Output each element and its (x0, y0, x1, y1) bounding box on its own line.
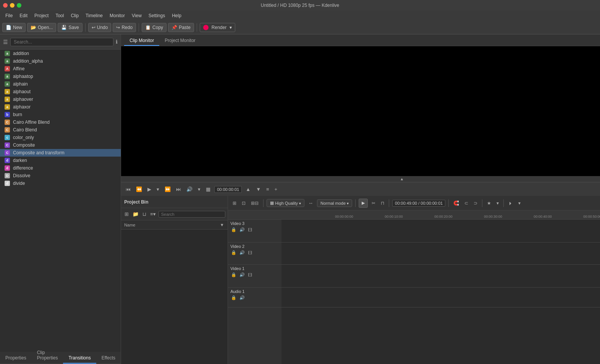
video2-track-row[interactable] (281, 243, 600, 265)
effect-item[interactable]: aalphaatop (0, 73, 121, 80)
timeline-mark-icon[interactable]: ⊓ (379, 200, 386, 207)
effect-item[interactable]: aalphaout (0, 88, 121, 95)
mode-dropdown-icon[interactable] (347, 201, 349, 205)
timeline-star-icon[interactable]: ★ (485, 200, 493, 207)
minimize-button[interactable] (10, 3, 15, 8)
monitor-next-frame-icon[interactable]: ⏩ (163, 186, 172, 193)
tab-effects[interactable]: Effects (96, 353, 121, 364)
effect-item[interactable]: CCairo Affine Blend (0, 118, 121, 126)
maximize-button[interactable] (17, 3, 21, 8)
menu-edit[interactable]: Edit (16, 12, 31, 19)
monitor-prev-frame-icon[interactable]: ⏪ (134, 186, 144, 193)
close-button[interactable] (3, 3, 8, 8)
timeline-group-icon[interactable]: ⊞⊟ (249, 200, 260, 207)
effect-item[interactable]: CComposite and transform (0, 149, 121, 157)
bin-folder-icon[interactable]: 📁 (131, 210, 140, 218)
effect-item[interactable]: CCairo Blend (0, 126, 121, 134)
monitor-timecode[interactable]: 00:00:00:01 (214, 186, 242, 193)
project-bin-search-input[interactable] (158, 211, 225, 218)
timeline-add-track-icon[interactable]: ⊞ (231, 200, 238, 207)
paste-button[interactable]: 📌 Paste (168, 23, 194, 32)
timeline-razor2-icon[interactable]: ⊃ (472, 200, 479, 207)
bin-import-icon[interactable]: ⊔ (141, 210, 147, 218)
menu-timeline[interactable]: Timeline (82, 12, 106, 19)
timeline-arrow-mode[interactable]: ↔ (307, 199, 315, 207)
redo-button[interactable]: ↪ Redo (113, 23, 136, 32)
timeline-snap-icon[interactable]: 🧲 (452, 200, 461, 207)
timeline-timecode[interactable]: 00:00:49:00 / 00:00:00:01 (392, 200, 445, 207)
monitor-grid-icon[interactable]: ▦ (204, 186, 212, 193)
timeline-preview-icon[interactable]: ⏵ (507, 200, 514, 207)
effect-item[interactable]: aaddition_alpha (0, 57, 121, 65)
timeline-play-button[interactable]: ▶ (359, 199, 368, 208)
menu-tool[interactable]: Tool (52, 12, 67, 19)
video1-track-row[interactable] (281, 265, 600, 288)
video3-lock-icon[interactable]: 🔒 (230, 227, 237, 233)
monitor-volume-dropdown-icon[interactable]: ▾ (196, 186, 202, 193)
menu-file[interactable]: File (2, 12, 16, 19)
video1-lock-icon[interactable]: 🔒 (230, 272, 237, 278)
tab-transitions[interactable]: Transitions (63, 353, 96, 364)
video1-video-icon[interactable]: 🎞 (247, 272, 253, 278)
effect-item[interactable]: ddarken (0, 157, 121, 164)
bin-view-icon[interactable]: ⊞ (123, 210, 130, 218)
monitor-timecode-up-icon[interactable]: ▲ (244, 186, 252, 193)
timeline-cut-icon[interactable]: ✂ (370, 200, 377, 207)
effect-item[interactable]: DDissolve (0, 172, 121, 180)
video2-mute-icon[interactable]: 🔊 (239, 250, 246, 256)
monitor-add-icon[interactable]: + (273, 186, 279, 193)
video3-mute-icon[interactable]: 🔊 (239, 227, 246, 233)
track-content[interactable] (281, 220, 600, 364)
effect-item[interactable]: ddivide (0, 180, 121, 187)
tab-properties[interactable]: Properties (0, 353, 32, 364)
effects-list[interactable]: aadditionaaddition_alphaAAffineaalphaato… (0, 50, 121, 352)
sort-icon[interactable]: ▾ (220, 221, 225, 228)
menu-project[interactable]: Project (31, 12, 52, 19)
tab-clip-properties[interactable]: Clip Properties (32, 348, 63, 364)
monitor-volume-icon[interactable]: 🔊 (185, 186, 194, 193)
effect-item[interactable]: aalphain (0, 80, 121, 88)
monitor-play-icon[interactable]: ▶ (146, 186, 153, 193)
monitor-scroll-bar[interactable]: ▲ (121, 176, 600, 182)
audio1-track-row[interactable] (281, 288, 600, 307)
audio1-lock-icon[interactable]: 🔒 (230, 295, 237, 301)
new-button[interactable]: 📄 New (2, 23, 26, 32)
effect-item[interactable]: ddifference (0, 164, 121, 172)
copy-button[interactable]: 📋 Copy (142, 23, 167, 32)
effect-item[interactable]: aalphaxor (0, 103, 121, 111)
monitor-to-start-icon[interactable]: ⏮ (124, 186, 132, 193)
video1-mute-icon[interactable]: 🔊 (239, 272, 246, 278)
timeline-star-dropdown-icon[interactable]: ▾ (495, 200, 500, 207)
video2-video-icon[interactable]: 🎞 (247, 250, 253, 256)
menu-clip[interactable]: Clip (68, 12, 82, 19)
render-dropdown-icon[interactable]: ▾ (230, 25, 232, 30)
clip-monitor-tab[interactable]: Clip Monitor (124, 36, 159, 46)
save-button[interactable]: 💾 Save (58, 23, 82, 32)
timeline-razor-icon[interactable]: ⊂ (463, 200, 470, 207)
menu-settings[interactable]: Settings (146, 12, 168, 19)
menu-help[interactable]: Help (169, 12, 184, 19)
effect-item[interactable]: bburn (0, 111, 121, 118)
timeline-fullscreen-icon[interactable]: ⊡ (240, 200, 247, 207)
bin-menu-icon[interactable]: ≡▾ (149, 210, 157, 218)
menu-view[interactable]: View (129, 12, 145, 19)
menu-monitor[interactable]: Monitor (107, 12, 128, 19)
mode-button[interactable]: Normal mode (317, 199, 352, 207)
effect-item[interactable]: AAffine (0, 65, 121, 73)
scroll-up-icon[interactable]: ▲ (400, 177, 404, 181)
undo-button[interactable]: ↩ Undo (88, 23, 112, 32)
quality-dropdown-icon[interactable] (299, 201, 301, 205)
video3-video-icon[interactable]: 🎞 (247, 227, 253, 233)
video2-lock-icon[interactable]: 🔒 (230, 250, 237, 256)
quality-button[interactable]: ▦ High Quality (267, 199, 304, 207)
info-icon[interactable]: ℹ (116, 39, 118, 45)
video3-track-row[interactable] (281, 220, 600, 243)
effect-item[interactable]: aaddition (0, 50, 121, 57)
audio1-mute-icon[interactable]: 🔊 (239, 295, 246, 301)
effects-search-input[interactable] (10, 38, 113, 46)
open-button[interactable]: 📂 Open... (27, 23, 56, 32)
timeline-preview-dropdown-icon[interactable]: ▾ (517, 200, 522, 207)
effect-item[interactable]: ccolor_only (0, 134, 121, 141)
monitor-play-dropdown-icon[interactable]: ▾ (155, 186, 161, 193)
project-monitor-tab[interactable]: Project Monitor (159, 36, 201, 46)
